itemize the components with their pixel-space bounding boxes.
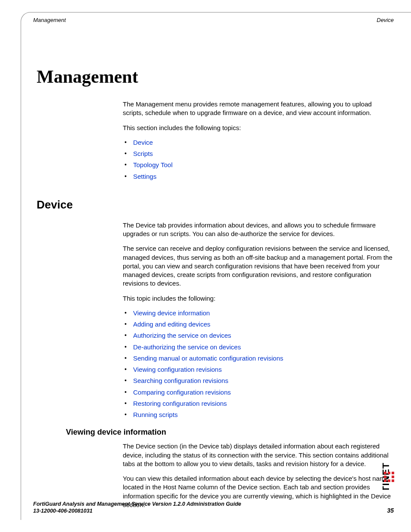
link-searching-config-revisions[interactable]: Searching configuration revisions xyxy=(133,377,228,384)
page-title: Management xyxy=(37,66,394,87)
link-topology-tool[interactable]: Topology Tool xyxy=(133,161,172,168)
footer-line-1: FortiGuard Analysis and Management Servi… xyxy=(33,501,394,507)
svg-rect-5 xyxy=(392,476,394,478)
link-adding-editing-devices[interactable]: Adding and editing devices xyxy=(133,320,210,328)
intro-paragraph-2: This section includes the following topi… xyxy=(123,124,394,132)
svg-rect-8 xyxy=(392,479,394,482)
list-item: Authorizing the service on devices xyxy=(123,331,394,340)
page-frame: Management Device Management The Managem… xyxy=(21,12,411,520)
list-item: De-authorizing the service on devices xyxy=(123,343,394,352)
device-heading: Device xyxy=(37,198,394,212)
device-paragraph-1: The Device tab provides information abou… xyxy=(123,221,394,239)
list-item: Viewing configuration revisions xyxy=(123,365,394,374)
header-left: Management xyxy=(33,17,66,23)
viewing-heading: Viewing device information xyxy=(66,428,394,437)
link-sending-config-revisions[interactable]: Sending manual or automatic configuratio… xyxy=(133,355,283,362)
intro-block: The Management menu provides remote mana… xyxy=(123,100,394,181)
svg-rect-2 xyxy=(388,472,390,474)
list-item: Sending manual or automatic configuratio… xyxy=(123,354,394,363)
svg-rect-1 xyxy=(384,472,386,474)
device-block: The Device tab provides information abou… xyxy=(123,221,394,420)
link-restoring-config-revisions[interactable]: Restoring configuration revisions xyxy=(133,400,227,407)
link-scripts[interactable]: Scripts xyxy=(133,150,153,157)
svg-rect-6 xyxy=(384,479,386,482)
svg-rect-4 xyxy=(384,476,386,478)
fortinet-logo: F RTINET xyxy=(383,408,395,490)
list-item: Running scripts xyxy=(123,411,394,419)
link-settings[interactable]: Settings xyxy=(133,173,156,180)
list-item: Viewing device information xyxy=(123,309,394,317)
device-paragraph-3: This topic includes the following: xyxy=(123,294,394,303)
device-links-list: Viewing device information Adding and ed… xyxy=(123,309,394,420)
list-item: Adding and editing devices xyxy=(123,320,394,329)
viewing-paragraph-1: The Device section (in the Device tab) d… xyxy=(123,442,394,468)
page-number: 35 xyxy=(387,507,394,514)
link-running-scripts[interactable]: Running scripts xyxy=(133,411,177,418)
link-viewing-config-revisions[interactable]: Viewing configuration revisions xyxy=(133,366,222,373)
device-paragraph-2: The service can receive and deploy confi… xyxy=(123,244,394,288)
svg-rect-3 xyxy=(392,472,394,474)
list-item: Comparing configuration revisions xyxy=(123,388,394,397)
list-item: Device xyxy=(123,138,394,147)
link-viewing-device-information[interactable]: Viewing device information xyxy=(133,309,210,317)
running-header: Management Device xyxy=(21,12,411,23)
link-authorizing-service[interactable]: Authorizing the service on devices xyxy=(133,332,231,339)
link-comparing-config-revisions[interactable]: Comparing configuration revisions xyxy=(133,389,231,396)
header-right: Device xyxy=(377,17,394,23)
viewing-block: The Device section (in the Device tab) d… xyxy=(123,442,394,509)
svg-rect-7 xyxy=(388,479,390,482)
list-item: Restoring configuration revisions xyxy=(123,399,394,408)
content-area: Management The Management menu provides … xyxy=(21,23,411,509)
list-item: Searching configuration revisions xyxy=(123,376,394,385)
page-footer: FortiGuard Analysis and Management Servi… xyxy=(33,501,394,514)
list-item: Settings xyxy=(123,172,394,181)
link-device[interactable]: Device xyxy=(133,139,153,146)
list-item: Topology Tool xyxy=(123,161,394,169)
link-deauthorizing-service[interactable]: De-authorizing the service on devices xyxy=(133,343,241,351)
intro-paragraph-1: The Management menu provides remote mana… xyxy=(123,100,394,118)
list-item: Scripts xyxy=(123,149,394,158)
topics-list: Device Scripts Topology Tool Settings xyxy=(123,138,394,181)
footer-line-2: 13-12000-406-20081031 xyxy=(33,508,93,514)
